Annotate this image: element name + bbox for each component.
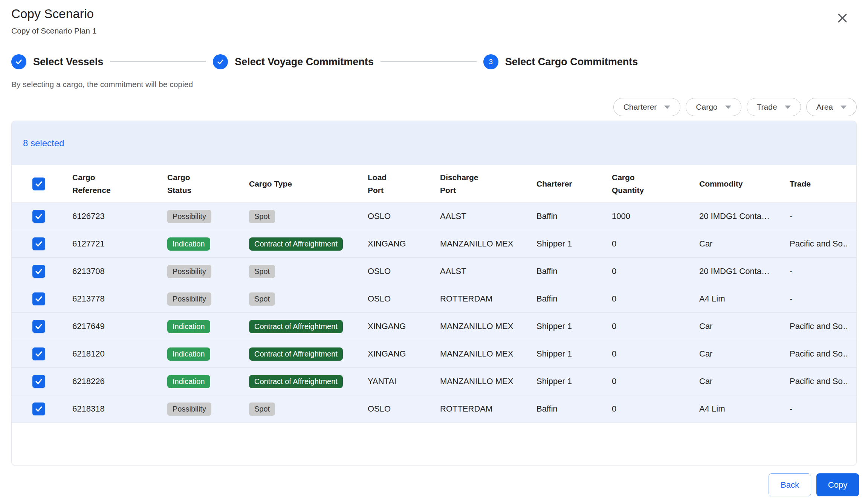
cell-cargo-reference: 6218120 <box>72 349 167 359</box>
cell-charterer: Baffin <box>536 211 612 221</box>
copy-scenario-dialog: Copy Scenario Copy of Scenario Plan 1 Se… <box>0 0 868 502</box>
cell-discharge-port: ROTTERDAM <box>440 404 536 414</box>
table-row[interactable]: 6213778 Possibility Spot OSLO ROTTERDAM … <box>12 285 856 313</box>
cell-cargo-quantity: 1000 <box>612 211 699 221</box>
select-all-checkbox[interactable] <box>32 178 45 190</box>
filter-charterer[interactable]: Charterer <box>613 98 681 116</box>
cell-load-port: OSLO <box>368 294 440 304</box>
cell-cargo-quantity: 0 <box>612 239 699 249</box>
cell-load-port: OSLO <box>368 266 440 276</box>
cell-trade: - <box>790 294 847 304</box>
cell-trade: Pacific and So… <box>790 376 847 386</box>
cell-cargo-reference: 6213778 <box>72 294 167 304</box>
step-select-voyage-commitments[interactable]: Select Voyage Commitments <box>213 54 374 69</box>
row-checkbox[interactable] <box>32 375 45 388</box>
cell-discharge-port: MANZANILLO MEX <box>440 376 536 386</box>
row-checkbox-cell <box>21 347 72 360</box>
column-header-discharge_port: DischargePort <box>440 171 536 196</box>
chevron-down-icon <box>785 106 791 109</box>
cell-cargo-reference: 6213708 <box>72 266 167 276</box>
row-checkbox-cell <box>21 375 72 388</box>
chevron-down-icon <box>725 106 731 109</box>
selected-count: 8 selected <box>23 138 64 148</box>
row-checkbox[interactable] <box>32 292 45 305</box>
cell-cargo-quantity: 0 <box>612 294 699 304</box>
step-number: 3 <box>489 58 493 66</box>
filter-cargo[interactable]: Cargo <box>686 98 741 116</box>
chevron-down-icon <box>664 106 670 109</box>
copy-button[interactable]: Copy <box>816 473 859 496</box>
table-row[interactable]: 6218318 Possibility Spot OSLO ROTTERDAM … <box>12 395 856 423</box>
cargo-type-badge: Spot <box>249 210 275 223</box>
cargo-type-badge: Spot <box>249 292 275 306</box>
cell-commodity: A4 Lim <box>699 404 790 414</box>
row-checkbox[interactable] <box>32 347 45 360</box>
cargo-status-badge: Possibility <box>167 403 211 416</box>
table-row[interactable]: 6127721 Indication Contract of Affreight… <box>12 230 856 258</box>
cargo-type-badge: Contract of Affreightment <box>249 347 343 361</box>
cell-charterer: Shipper 1 <box>536 239 612 249</box>
back-button[interactable]: Back <box>769 473 811 496</box>
cell-discharge-port: MANZANILLO MEX <box>440 239 536 249</box>
step-number-badge: 3 <box>483 54 498 69</box>
cell-load-port: XINGANG <box>368 239 440 249</box>
dialog-subtitle: Copy of Scenario Plan 1 <box>11 26 96 35</box>
cell-trade: - <box>790 211 847 221</box>
step-label: Select Voyage Commitments <box>235 56 374 68</box>
row-checkbox-cell <box>21 210 72 223</box>
cargo-type-badge: Contract of Affreightment <box>249 320 343 333</box>
page-title: Copy Scenario <box>11 7 96 21</box>
cell-load-port: OSLO <box>368 404 440 414</box>
cell-cargo-quantity: 0 <box>612 349 699 359</box>
table-row[interactable]: 6218226 Indication Contract of Affreight… <box>12 368 856 395</box>
cell-discharge-port: MANZANILLO MEX <box>440 349 536 359</box>
step-select-cargo-commitments[interactable]: 3 Select Cargo Commitments <box>483 54 638 69</box>
column-header-status: CargoStatus <box>167 171 249 196</box>
row-checkbox[interactable] <box>32 403 45 415</box>
column-header-commodity: Commodity <box>699 178 790 190</box>
cell-cargo-reference: 6218318 <box>72 404 167 414</box>
cell-trade: - <box>790 266 847 276</box>
table-row[interactable]: 6126723 Possibility Spot OSLO AALST Baff… <box>12 203 856 230</box>
cell-commodity: 20 IMDG1 Conta… <box>699 266 790 276</box>
cell-charterer: Baffin <box>536 294 612 304</box>
cell-cargo-status: Indication <box>167 320 249 333</box>
row-checkbox[interactable] <box>32 237 45 250</box>
cargo-status-badge: Indication <box>167 347 210 361</box>
cell-discharge-port: ROTTERDAM <box>440 294 536 304</box>
step-select-vessels[interactable]: Select Vessels <box>11 54 103 69</box>
table-header-row: CargoReferenceCargoStatusCargo TypeLoadP… <box>12 165 856 203</box>
filter-trade[interactable]: Trade <box>747 98 801 116</box>
step-label: Select Vessels <box>33 56 103 68</box>
close-icon[interactable] <box>833 9 851 27</box>
row-checkbox[interactable] <box>32 265 45 278</box>
table-row[interactable]: 6218120 Indication Contract of Affreight… <box>12 340 856 368</box>
step-label: Select Cargo Commitments <box>505 56 638 68</box>
cell-cargo-type: Spot <box>249 265 368 278</box>
cell-cargo-status: Indication <box>167 237 249 251</box>
cell-charterer: Baffin <box>536 266 612 276</box>
select-all-cell <box>21 178 72 190</box>
cell-cargo-quantity: 0 <box>612 404 699 414</box>
cargo-type-badge: Spot <box>249 403 275 416</box>
filter-area[interactable]: Area <box>806 98 857 116</box>
column-header-charterer: Charterer <box>536 178 612 190</box>
stepper: Select Vessels Select Voyage Commitments… <box>0 54 868 70</box>
cell-cargo-status: Possibility <box>167 210 249 223</box>
column-header-type: Cargo Type <box>249 178 368 190</box>
cell-cargo-type: Contract of Affreightment <box>249 237 368 251</box>
cell-cargo-status: Indication <box>167 375 249 388</box>
cargo-type-badge: Spot <box>249 265 275 278</box>
table-row[interactable]: 6217649 Indication Contract of Affreight… <box>12 313 856 340</box>
filter-label: Charterer <box>623 103 657 112</box>
row-checkbox[interactable] <box>32 320 45 333</box>
cell-cargo-reference: 6217649 <box>72 321 167 331</box>
selection-summary-band: 8 selected <box>12 121 856 165</box>
cell-cargo-type: Spot <box>249 210 368 223</box>
cargo-status-badge: Possibility <box>167 210 211 223</box>
row-checkbox[interactable] <box>32 210 45 223</box>
cell-load-port: XINGANG <box>368 349 440 359</box>
chevron-down-icon <box>840 106 847 109</box>
cell-load-port: YANTAI <box>368 376 440 386</box>
table-row[interactable]: 6213708 Possibility Spot OSLO AALST Baff… <box>12 258 856 285</box>
